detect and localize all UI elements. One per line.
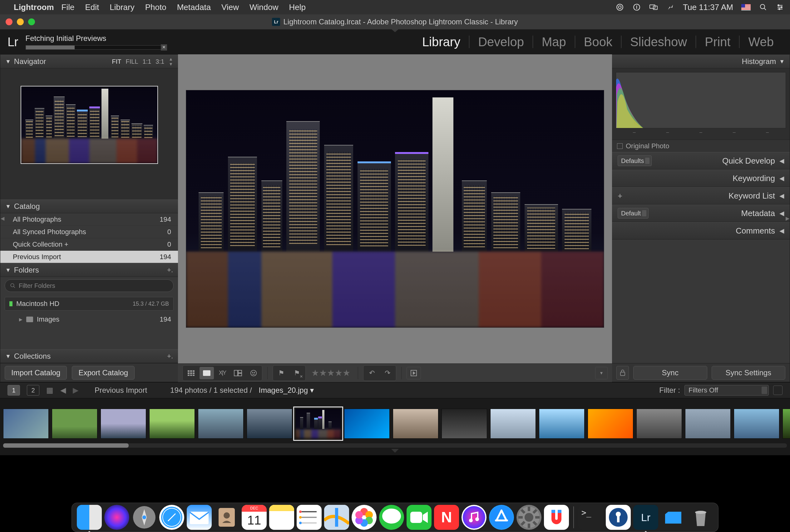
survey-view-button[interactable] [231, 367, 245, 379]
menu-library[interactable]: Library [110, 2, 134, 12]
dock-maps[interactable] [324, 505, 349, 530]
collections-header[interactable]: ▼ Collections +. [0, 349, 178, 363]
filmstrip-thumb[interactable] [247, 409, 292, 439]
cancel-activity-button[interactable]: ✕ [161, 44, 167, 51]
drive-row[interactable]: Macintosh HD 15.3 / 42.7 GB [5, 297, 174, 311]
navigator-header[interactable]: ▼ Navigator FIT FILL 1:1 3:1 ▲▼ [0, 55, 178, 69]
catalog-row-quick[interactable]: Quick Collection +0 [0, 238, 178, 251]
zoom-fill[interactable]: FILL [126, 58, 138, 65]
module-web[interactable]: Web [739, 35, 783, 49]
catalog-row-synced[interactable]: All Synced Photographs0 [0, 226, 178, 238]
dock-itunes[interactable] [462, 505, 487, 530]
filmstrip-thumb[interactable] [539, 409, 585, 439]
module-develop[interactable]: Develop [469, 35, 533, 49]
filmstrip-thumb[interactable] [149, 409, 195, 439]
current-filename[interactable]: Images_20.jpg ▾ [259, 386, 314, 395]
sync-button[interactable]: Sync [633, 366, 707, 380]
rotate-cw-button[interactable]: ↷ [380, 367, 395, 379]
catalog-row-all[interactable]: All Photographs194 [0, 213, 178, 226]
right-panel-grip[interactable]: ▶ [785, 209, 790, 228]
dock-terminal[interactable]: >_ [578, 505, 603, 530]
toolbar-menu-button[interactable]: ▾ [595, 367, 608, 379]
filmstrip-thumb[interactable] [783, 409, 790, 439]
dock-messages[interactable] [379, 505, 404, 530]
close-window-button[interactable] [6, 18, 13, 25]
dock-contacts[interactable] [214, 505, 239, 530]
menu-view[interactable]: View [221, 2, 239, 12]
dock-downloads[interactable] [661, 505, 686, 530]
navigator-zoom-picker[interactable]: FIT FILL 1:1 3:1 ▲▼ [112, 57, 173, 66]
original-photo-checkbox[interactable] [617, 143, 623, 149]
app-name[interactable]: Lightroom [14, 2, 54, 12]
dock-news[interactable]: N [434, 505, 459, 530]
filter-dropdown[interactable]: Filters Off [684, 385, 769, 396]
dock-preferences[interactable] [516, 505, 542, 530]
secondary-window-button[interactable]: 2 [27, 385, 39, 396]
dock-calendar[interactable]: DEC11 [242, 505, 267, 530]
catalog-row-previous-import[interactable]: Previous Import194 [0, 251, 178, 263]
dock-trash[interactable] [688, 505, 713, 530]
displays-icon[interactable] [649, 3, 658, 12]
filmstrip-thumb[interactable] [588, 409, 633, 439]
go-back-button[interactable]: ◀ [60, 386, 66, 395]
filmstrip-thumb[interactable] [636, 409, 682, 439]
filmstrip-thumb[interactable] [393, 409, 438, 439]
filmstrip-thumb[interactable] [198, 409, 244, 439]
keyword-list-header[interactable]: + Keyword List ◀ [612, 187, 790, 205]
rotate-ccw-button[interactable]: ↶ [365, 367, 379, 379]
dock-launchpad[interactable] [132, 505, 157, 530]
filmstrip-thumb[interactable] [344, 409, 390, 439]
sync-lock-button[interactable] [616, 366, 629, 380]
add-collection-button[interactable]: +. [167, 352, 173, 360]
quick-develop-header[interactable]: Defaults Quick Develop ◀ [612, 152, 790, 170]
zoom-stepper-icon[interactable]: ▲▼ [169, 57, 173, 66]
export-catalog-button[interactable]: Export Catalog [72, 366, 135, 380]
go-forward-button[interactable]: ▶ [73, 386, 78, 395]
import-catalog-button[interactable]: Import Catalog [5, 366, 67, 380]
histogram-header[interactable]: Histogram ▼ [612, 55, 790, 69]
dock-photos[interactable] [352, 505, 377, 530]
dock-magnet[interactable] [544, 505, 569, 530]
filmstrip-thumb[interactable] [490, 409, 536, 439]
slideshow-button[interactable] [407, 367, 421, 379]
add-keyword-button[interactable]: + [618, 191, 622, 201]
dock-1password[interactable] [606, 505, 631, 530]
dock-facetime[interactable] [407, 505, 432, 530]
original-photo-row[interactable]: Original Photo [612, 139, 790, 152]
folders-header[interactable]: ▼ Folders +. [0, 263, 178, 277]
dock-siri[interactable] [104, 505, 129, 530]
dock-reminders[interactable] [297, 505, 322, 530]
comments-header[interactable]: Comments ◀ [612, 222, 790, 240]
dock-notes[interactable] [269, 505, 294, 530]
keywording-header[interactable]: Keywording ◀ [612, 170, 790, 187]
dock-finder[interactable] [77, 505, 102, 530]
catalog-header[interactable]: ▼ Catalog [0, 200, 178, 213]
dock-safari[interactable] [159, 505, 184, 530]
status-icon[interactable] [632, 3, 641, 12]
menu-help[interactable]: Help [289, 2, 305, 12]
loupe-view-button[interactable] [200, 367, 214, 379]
metadata-preset-dropdown[interactable]: Default [618, 208, 648, 218]
flag-reject-button[interactable]: ⚑✕ [290, 367, 304, 379]
dock-mail[interactable] [187, 505, 212, 530]
menu-file[interactable]: File [61, 2, 75, 12]
folder-filter-input[interactable]: Filter Folders [5, 280, 174, 292]
filmstrip-collapse-handle[interactable] [0, 449, 790, 455]
module-slideshow[interactable]: Slideshow [621, 35, 696, 49]
menu-edit[interactable]: Edit [85, 2, 99, 12]
zoom-fit[interactable]: FIT [112, 58, 121, 65]
sync-settings-button[interactable]: Sync Settings [712, 366, 786, 380]
folder-row[interactable]: ▶ Images 194 [0, 313, 178, 326]
filmstrip-thumb[interactable] [100, 409, 146, 439]
dock-appstore[interactable] [489, 505, 514, 530]
cc-sync-icon[interactable] [616, 3, 624, 12]
zoom-3to1[interactable]: 3:1 [155, 58, 164, 65]
navigator-preview[interactable] [0, 69, 178, 200]
quick-develop-preset-dropdown[interactable]: Defaults [618, 155, 652, 166]
filter-lock-button[interactable] [773, 385, 783, 395]
filmstrip-thumb[interactable] [3, 409, 49, 439]
filmstrip-thumb[interactable] [441, 409, 487, 439]
add-folder-button[interactable]: +. [167, 266, 173, 274]
module-library[interactable]: Library [413, 35, 469, 49]
menu-photo[interactable]: Photo [145, 2, 166, 12]
